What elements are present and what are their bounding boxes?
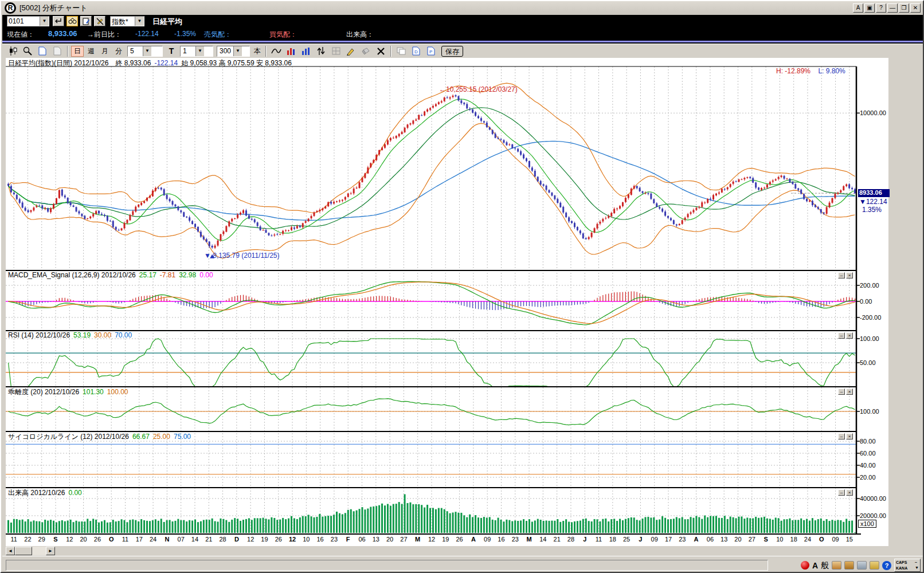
ime-help-icon[interactable]: ? bbox=[882, 561, 891, 570]
tick-count-dropdown-icon[interactable]: ▼ bbox=[195, 46, 204, 56]
x-axis-label: 24 bbox=[804, 536, 811, 543]
period-week-button[interactable]: 週 bbox=[85, 46, 97, 57]
x-axis-label: F bbox=[346, 536, 350, 543]
y-axis-label: 100.00 bbox=[860, 408, 879, 415]
page-d-button[interactable]: D bbox=[409, 45, 423, 57]
clear-draw-button[interactable] bbox=[94, 16, 105, 26]
trough-annotation: ▼ 8,135.79 (2011/11/25) bbox=[204, 252, 280, 260]
panel-minimize-icon[interactable]: – bbox=[838, 332, 845, 339]
caps-kana-indicator[interactable]: CAPS KANA –▼ bbox=[894, 559, 921, 572]
x-icon bbox=[377, 48, 385, 55]
x-axis-label: 20 bbox=[734, 536, 741, 543]
symbol-code-input[interactable]: 0101 ▼ bbox=[7, 16, 49, 26]
x-axis-label: 26 bbox=[94, 536, 101, 543]
scrollbar-thumb[interactable] bbox=[15, 547, 32, 555]
font-size-button[interactable]: A bbox=[853, 3, 863, 13]
period-day-button[interactable]: 日 bbox=[71, 46, 84, 57]
erase-button[interactable] bbox=[359, 45, 373, 57]
bars-count-value: 300 bbox=[217, 46, 233, 56]
tick-count-value: 1 bbox=[181, 46, 195, 56]
window-copy-icon bbox=[397, 47, 406, 55]
x-axis-label: M bbox=[415, 536, 420, 543]
psych-panel-header: サイコロジカルライン (12) 2012/10/2666.6725.0075.0… bbox=[8, 432, 194, 442]
search-button[interactable] bbox=[66, 16, 78, 26]
period-minute-button[interactable]: 分 bbox=[112, 46, 125, 57]
ime-pad-icon[interactable] bbox=[857, 561, 867, 570]
horizontal-scrollbar[interactable]: ◄ ► bbox=[6, 547, 55, 555]
sort-arrows-button[interactable] bbox=[314, 45, 328, 57]
instrument-name: 日経平均 bbox=[152, 17, 182, 27]
blue-bars-icon bbox=[302, 47, 311, 56]
candlestick-mode-button[interactable] bbox=[6, 45, 19, 57]
tick-count-select[interactable]: 1 ▼ bbox=[180, 46, 213, 57]
panel-close-icon[interactable]: × bbox=[846, 388, 853, 395]
layout-button[interactable] bbox=[394, 45, 408, 57]
panel-minimize-icon[interactable]: – bbox=[838, 388, 845, 395]
x-axis-label: 06 bbox=[707, 536, 714, 543]
indicator-red-button[interactable] bbox=[284, 45, 298, 57]
zoom-button[interactable] bbox=[21, 45, 34, 57]
current-price-marker: 8933.06 bbox=[858, 189, 890, 197]
panel-close-icon[interactable]: × bbox=[846, 489, 853, 496]
panel-minimize-icon[interactable]: – bbox=[838, 433, 845, 439]
window-style-button[interactable]: ▣ bbox=[864, 3, 875, 13]
header-part: 30.00 bbox=[94, 331, 111, 339]
ime-toolbox-icon[interactable] bbox=[844, 561, 854, 570]
ime-palette-icon[interactable] bbox=[832, 561, 841, 570]
close-button[interactable]: ✕ bbox=[910, 3, 921, 13]
panel-close-icon[interactable]: × bbox=[846, 272, 853, 278]
line-chart-button[interactable] bbox=[269, 45, 283, 57]
x-axis-label: 09 bbox=[484, 536, 491, 543]
ime-conversion-button[interactable]: 般 bbox=[821, 560, 829, 571]
period-month-button[interactable]: 月 bbox=[99, 46, 111, 57]
copy-page-button[interactable] bbox=[50, 45, 64, 57]
up-down-arrows-icon bbox=[317, 46, 325, 56]
change-label: →前日比： bbox=[87, 30, 122, 40]
chart-area[interactable]: 日経平均(指数)(日間) 2012/10/26 終 8,933.06-122.1… bbox=[6, 58, 888, 546]
x-axis-label: 27 bbox=[400, 536, 407, 543]
page-p-button[interactable]: P bbox=[424, 45, 438, 57]
bid-label: 買気配： bbox=[269, 30, 297, 40]
x-axis-label: 27 bbox=[749, 536, 755, 543]
delete-all-button[interactable] bbox=[374, 45, 387, 57]
symbol-code-dropdown-icon[interactable]: ▼ bbox=[40, 17, 49, 26]
enter-button[interactable] bbox=[53, 16, 64, 26]
x-axis-label: 18 bbox=[609, 536, 616, 543]
ime-mode-button[interactable]: A bbox=[812, 561, 818, 570]
panel-close-icon[interactable]: × bbox=[846, 433, 853, 439]
minute-count-value: 5 bbox=[128, 46, 143, 56]
save-button[interactable]: 保存 bbox=[441, 46, 463, 57]
category-dropdown-icon[interactable]: ▼ bbox=[135, 17, 144, 26]
rsi-panel-header: RSI (14) 2012/10/2653.1930.0070.00 bbox=[8, 331, 135, 339]
minute-count-select[interactable]: 5 ▼ bbox=[127, 46, 163, 57]
tick-button[interactable]: T bbox=[165, 46, 178, 57]
register-button[interactable] bbox=[80, 16, 92, 26]
chart-canvas[interactable] bbox=[6, 58, 888, 546]
scrollbar-track[interactable] bbox=[32, 547, 46, 555]
title-bar: R [5002] 分析チャート A ▣ ? — ❐ ✕ bbox=[2, 1, 923, 15]
panel-close-icon[interactable]: × bbox=[846, 332, 853, 339]
scroll-left-icon[interactable]: ◄ bbox=[6, 547, 15, 555]
ime-dictionary-icon[interactable] bbox=[870, 561, 879, 570]
panel-minimize-icon[interactable]: – bbox=[838, 272, 845, 278]
maximize-button[interactable]: ❐ bbox=[899, 3, 909, 13]
page-gray-icon bbox=[53, 46, 61, 56]
new-page-button[interactable] bbox=[36, 45, 49, 57]
toolbar-separator bbox=[265, 46, 267, 57]
bars-count-select[interactable]: 300 ▼ bbox=[217, 46, 250, 57]
ime-app-icon[interactable] bbox=[801, 561, 809, 570]
help-button[interactable]: ? bbox=[876, 3, 886, 13]
header-part: 66.67 bbox=[132, 433, 150, 441]
draw-button[interactable] bbox=[344, 45, 358, 57]
panel-minimize-icon[interactable]: – bbox=[838, 489, 845, 496]
bars-count-dropdown-icon[interactable]: ▼ bbox=[233, 46, 242, 56]
minute-count-dropdown-icon[interactable]: ▼ bbox=[143, 46, 151, 56]
indicator-blue-button[interactable] bbox=[299, 45, 313, 57]
category-select[interactable]: 指数* ▼ bbox=[110, 16, 144, 26]
minimize-button[interactable]: — bbox=[887, 3, 898, 13]
scroll-right-icon[interactable]: ► bbox=[46, 547, 55, 555]
grid-button[interactable] bbox=[329, 45, 343, 57]
symbol-code-value: 0101 bbox=[7, 17, 40, 26]
main-chart-header: 日経平均(指数)(日間) 2012/10/26 終 8,933.06-122.1… bbox=[8, 58, 295, 68]
x-axis-label: 13 bbox=[373, 536, 379, 543]
